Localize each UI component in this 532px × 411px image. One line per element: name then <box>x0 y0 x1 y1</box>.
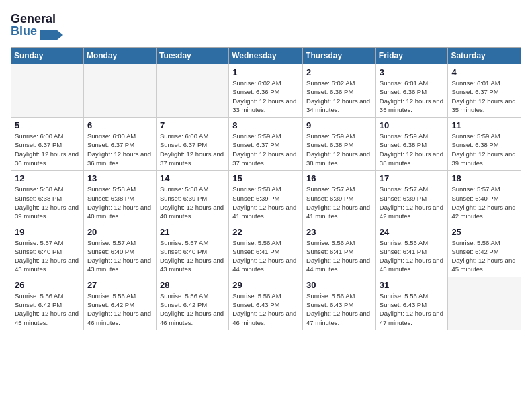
logo: GeneralBlue <box>11 11 64 40</box>
calendar-cell: 30Sunrise: 5:56 AM Sunset: 6:43 PM Dayli… <box>303 277 376 330</box>
calendar-cell: 16Sunrise: 5:57 AM Sunset: 6:39 PM Dayli… <box>303 171 376 224</box>
calendar-week-row: 1Sunrise: 6:02 AM Sunset: 6:36 PM Daylig… <box>11 64 521 118</box>
day-info: Sunrise: 5:57 AM Sunset: 6:39 PM Dayligh… <box>380 185 445 220</box>
day-number: 13 <box>87 173 152 183</box>
calendar-cell <box>156 64 228 118</box>
page-header: GeneralBlue <box>11 11 521 40</box>
calendar-cell: 8Sunrise: 5:59 AM Sunset: 6:37 PM Daylig… <box>229 118 303 171</box>
day-number: 29 <box>232 280 299 290</box>
day-info: Sunrise: 5:57 AM Sunset: 6:40 PM Dayligh… <box>87 238 152 274</box>
day-info: Sunrise: 5:59 AM Sunset: 6:38 PM Dayligh… <box>380 132 445 167</box>
logo-svg: GeneralBlue <box>11 11 64 40</box>
day-info: Sunrise: 5:56 AM Sunset: 6:43 PM Dayligh… <box>306 291 372 327</box>
day-number: 28 <box>160 280 225 290</box>
calendar-cell: 3Sunrise: 6:01 AM Sunset: 6:36 PM Daylig… <box>375 64 448 118</box>
calendar-table: SundayMondayTuesdayWednesdayThursdayFrid… <box>11 47 521 330</box>
day-info: Sunrise: 5:59 AM Sunset: 6:37 PM Dayligh… <box>232 132 299 167</box>
day-number: 18 <box>451 173 517 183</box>
header-day-sunday: Sunday <box>11 48 84 64</box>
calendar-cell <box>11 64 84 118</box>
day-info: Sunrise: 5:58 AM Sunset: 6:38 PM Dayligh… <box>87 185 152 220</box>
day-number: 23 <box>306 227 372 237</box>
day-number: 5 <box>15 120 80 130</box>
day-info: Sunrise: 5:56 AM Sunset: 6:41 PM Dayligh… <box>306 238 372 274</box>
header-day-tuesday: Tuesday <box>156 48 228 64</box>
calendar-cell: 23Sunrise: 5:56 AM Sunset: 6:41 PM Dayli… <box>303 224 376 277</box>
day-info: Sunrise: 5:59 AM Sunset: 6:38 PM Dayligh… <box>306 132 372 167</box>
day-info: Sunrise: 5:57 AM Sunset: 6:40 PM Dayligh… <box>451 185 517 220</box>
day-number: 12 <box>15 173 80 183</box>
calendar-cell <box>448 277 521 330</box>
day-info: Sunrise: 5:58 AM Sunset: 6:39 PM Dayligh… <box>160 185 225 220</box>
calendar-cell: 28Sunrise: 5:56 AM Sunset: 6:42 PM Dayli… <box>156 277 228 330</box>
day-info: Sunrise: 5:56 AM Sunset: 6:41 PM Dayligh… <box>380 238 445 274</box>
day-info: Sunrise: 5:56 AM Sunset: 6:42 PM Dayligh… <box>15 291 80 327</box>
day-info: Sunrise: 5:56 AM Sunset: 6:42 PM Dayligh… <box>160 291 225 327</box>
day-info: Sunrise: 5:58 AM Sunset: 6:39 PM Dayligh… <box>232 185 299 220</box>
svg-marker-2 <box>40 30 63 40</box>
calendar-week-row: 26Sunrise: 5:56 AM Sunset: 6:42 PM Dayli… <box>11 277 521 330</box>
calendar-cell: 26Sunrise: 5:56 AM Sunset: 6:42 PM Dayli… <box>11 277 84 330</box>
day-number: 26 <box>15 280 80 290</box>
day-number: 7 <box>160 120 225 130</box>
calendar-cell: 31Sunrise: 5:56 AM Sunset: 6:43 PM Dayli… <box>375 277 448 330</box>
calendar-cell: 12Sunrise: 5:58 AM Sunset: 6:38 PM Dayli… <box>11 171 84 224</box>
day-info: Sunrise: 6:00 AM Sunset: 6:37 PM Dayligh… <box>160 132 225 167</box>
day-number: 30 <box>306 280 372 290</box>
calendar-cell: 18Sunrise: 5:57 AM Sunset: 6:40 PM Dayli… <box>448 171 521 224</box>
day-number: 22 <box>232 227 299 237</box>
day-info: Sunrise: 6:01 AM Sunset: 6:36 PM Dayligh… <box>380 79 445 114</box>
day-info: Sunrise: 6:00 AM Sunset: 6:37 PM Dayligh… <box>15 132 80 167</box>
day-number: 6 <box>87 120 152 130</box>
day-info: Sunrise: 6:01 AM Sunset: 6:37 PM Dayligh… <box>451 79 517 114</box>
calendar-cell: 17Sunrise: 5:57 AM Sunset: 6:39 PM Dayli… <box>375 171 448 224</box>
day-number: 27 <box>87 280 152 290</box>
calendar-cell: 13Sunrise: 5:58 AM Sunset: 6:38 PM Dayli… <box>83 171 156 224</box>
calendar-cell: 9Sunrise: 5:59 AM Sunset: 6:38 PM Daylig… <box>303 118 376 171</box>
calendar-cell: 14Sunrise: 5:58 AM Sunset: 6:39 PM Dayli… <box>156 171 228 224</box>
day-info: Sunrise: 5:56 AM Sunset: 6:42 PM Dayligh… <box>87 291 152 327</box>
calendar-cell: 20Sunrise: 5:57 AM Sunset: 6:40 PM Dayli… <box>83 224 156 277</box>
header-day-friday: Friday <box>375 48 448 64</box>
day-info: Sunrise: 6:00 AM Sunset: 6:37 PM Dayligh… <box>87 132 152 167</box>
calendar-cell: 10Sunrise: 5:59 AM Sunset: 6:38 PM Dayli… <box>375 118 448 171</box>
day-number: 20 <box>87 227 152 237</box>
day-number: 24 <box>380 227 445 237</box>
day-number: 17 <box>380 173 445 183</box>
day-number: 2 <box>306 67 372 77</box>
calendar-cell: 22Sunrise: 5:56 AM Sunset: 6:41 PM Dayli… <box>229 224 303 277</box>
day-number: 21 <box>160 227 225 237</box>
calendar-cell <box>83 64 156 118</box>
calendar-cell: 7Sunrise: 6:00 AM Sunset: 6:37 PM Daylig… <box>156 118 228 171</box>
header-day-wednesday: Wednesday <box>229 48 303 64</box>
calendar-cell: 27Sunrise: 5:56 AM Sunset: 6:42 PM Dayli… <box>83 277 156 330</box>
calendar-week-row: 12Sunrise: 5:58 AM Sunset: 6:38 PM Dayli… <box>11 171 521 224</box>
calendar-header-row: SundayMondayTuesdayWednesdayThursdayFrid… <box>11 48 521 64</box>
day-info: Sunrise: 5:56 AM Sunset: 6:41 PM Dayligh… <box>232 238 299 274</box>
day-number: 3 <box>380 67 445 77</box>
day-info: Sunrise: 5:56 AM Sunset: 6:43 PM Dayligh… <box>232 291 299 327</box>
header-day-thursday: Thursday <box>303 48 376 64</box>
calendar-cell: 5Sunrise: 6:00 AM Sunset: 6:37 PM Daylig… <box>11 118 84 171</box>
day-number: 25 <box>451 227 517 237</box>
day-number: 1 <box>232 67 299 77</box>
calendar-week-row: 19Sunrise: 5:57 AM Sunset: 6:40 PM Dayli… <box>11 224 521 277</box>
day-number: 8 <box>232 120 299 130</box>
day-number: 15 <box>232 173 299 183</box>
svg-text:Blue: Blue <box>11 24 37 38</box>
day-info: Sunrise: 5:57 AM Sunset: 6:40 PM Dayligh… <box>15 238 80 274</box>
calendar-week-row: 5Sunrise: 6:00 AM Sunset: 6:37 PM Daylig… <box>11 118 521 171</box>
day-info: Sunrise: 5:58 AM Sunset: 6:38 PM Dayligh… <box>15 185 80 220</box>
calendar-cell: 24Sunrise: 5:56 AM Sunset: 6:41 PM Dayli… <box>375 224 448 277</box>
day-info: Sunrise: 5:56 AM Sunset: 6:42 PM Dayligh… <box>451 238 517 274</box>
day-info: Sunrise: 5:56 AM Sunset: 6:43 PM Dayligh… <box>380 291 445 327</box>
day-info: Sunrise: 5:57 AM Sunset: 6:40 PM Dayligh… <box>160 238 225 274</box>
calendar-cell: 25Sunrise: 5:56 AM Sunset: 6:42 PM Dayli… <box>448 224 521 277</box>
calendar-cell: 21Sunrise: 5:57 AM Sunset: 6:40 PM Dayli… <box>156 224 228 277</box>
day-number: 16 <box>306 173 372 183</box>
calendar-cell: 4Sunrise: 6:01 AM Sunset: 6:37 PM Daylig… <box>448 64 521 118</box>
calendar-cell: 6Sunrise: 6:00 AM Sunset: 6:37 PM Daylig… <box>83 118 156 171</box>
svg-text:General: General <box>11 12 56 26</box>
day-number: 19 <box>15 227 80 237</box>
day-info: Sunrise: 5:57 AM Sunset: 6:39 PM Dayligh… <box>306 185 372 220</box>
